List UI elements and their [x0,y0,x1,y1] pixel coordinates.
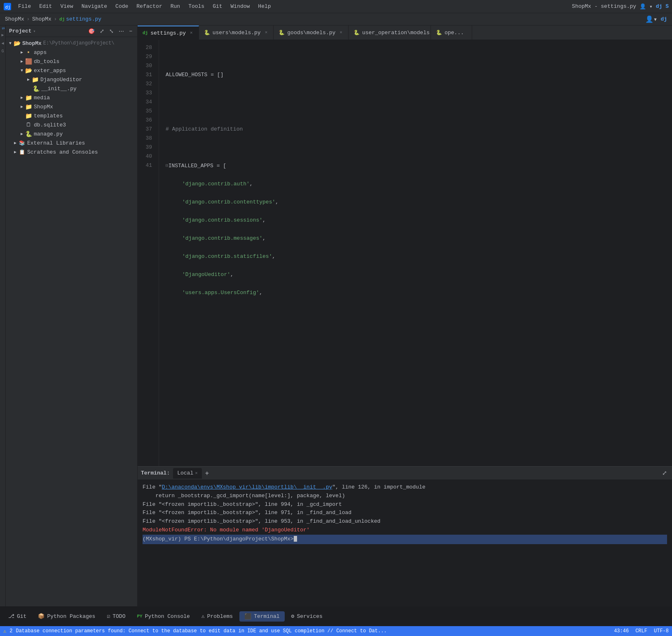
sidebar-icon-4[interactable]: G [1,49,4,54]
line-num-40: 40 [138,152,155,161]
sidebar-collapse-btn[interactable]: ⤡ [108,27,115,35]
code-content[interactable]: ALLOWED_HOSTS = [] # Application definit… [159,40,672,466]
terminal-add-tab-btn[interactable]: + [204,470,211,477]
tree-item-manage-py[interactable]: ▶ 🐍 manage.py [6,129,137,138]
menu-window[interactable]: Window [227,2,253,10]
dbtools-folder-icon: 🟫 [25,58,32,65]
terminal-tab-local[interactable]: Local × [173,468,202,479]
menu-navigate[interactable]: Navigate [78,2,110,10]
menu-file[interactable]: File [15,2,34,10]
tree-item-exter-apps[interactable]: ▼ 📂 exter_apps [6,66,137,75]
breadcrumb-item-2[interactable]: ShopMx [32,16,52,22]
python-console-icon: PY [137,614,142,619]
sidebar-more-btn[interactable]: ⋯ [117,27,126,35]
terminal-file-link[interactable]: D:\anaconda\envs\MXshop_vir\lib\importli… [162,484,332,490]
taskbar-git[interactable]: ⎇ Git [3,611,31,621]
taskbar-problems-label: Problems [207,613,233,620]
tab-goods-models[interactable]: 🐍 goods\models.py × [274,26,349,40]
menu-tools[interactable]: Tools [185,2,208,10]
terminal-body[interactable]: File "D:\anaconda\envs\MXshop_vir\lib\im… [138,480,672,606]
terminal-line-1: File "D:\anaconda\envs\MXshop_vir\lib\im… [143,483,667,492]
sidebar-icon-3[interactable]: ◀ [1,41,4,46]
terminal-tab-local-label: Local [177,470,193,476]
tree-item-db-sqlite3[interactable]: ▶ 🗒 db.sqlite3 [6,120,137,129]
code-line-29: ALLOWED_HOSTS = [] [166,70,665,80]
tab-settings[interactable]: dj settings.py × [138,26,199,40]
taskbar-problems[interactable]: ⚠ Problems [197,611,238,621]
extlibs-icon: 📚 [18,140,26,146]
line-numbers: 28 29 30 31 32 33 34 35 36 37 38 39 40 4… [138,40,159,466]
sidebar-target-btn[interactable]: 🎯 [87,27,96,35]
tree-scratches-label: Scratches and Consoles [27,149,98,155]
manage-py-icon: 🐍 [25,131,32,138]
line-num-39: 39 [138,143,155,152]
sidebar-close-btn[interactable]: − [127,27,134,35]
tree-root-item[interactable]: ▼ 📂 ShopMx E:\Python\djangoProject\ [6,39,137,48]
db-sqlite-icon: 🗒 [25,122,32,128]
breadcrumb-item-3[interactable]: djsettings.py [59,16,101,22]
init-py-icon: 🐍 [32,85,40,92]
code-line-38: ⠀⠀⠀⠀'django.contrib.messages', [166,234,665,243]
sidebar-expand-btn[interactable]: ⤢ [98,27,106,35]
sidebar-icon-1[interactable]: S [1,27,5,29]
tab-settings-close[interactable]: × [189,30,194,35]
tree-item-init-py[interactable]: 🐍 __init__.py [6,84,137,93]
code-line-39: ⠀⠀⠀⠀'django.contrib.staticfiles', [166,252,665,261]
tree-item-apps[interactable]: ▶ ▪ apps [6,48,137,57]
tab-ope[interactable]: 🐍 ope... [431,26,472,40]
taskbar-services-label: Services [297,613,322,620]
menu-git[interactable]: Git [209,2,225,10]
tree-item-ext-libs[interactable]: ▶ 📚 External Libraries [6,138,137,147]
taskbar-python-packages[interactable]: 📦 Python Packages [33,611,100,621]
tree-item-shopmx-folder[interactable]: ▶ 📁 ShopMx [6,102,137,111]
sidebar-icon-2[interactable]: ▶ [1,33,4,37]
menu-help[interactable]: Help [255,2,274,10]
tree-item-templates[interactable]: ▶ 📁 templates [6,111,137,120]
menu-code[interactable]: Code [112,2,131,10]
terminal-expand-btn[interactable]: ⤢ [660,470,669,476]
project-dropdown-arrow[interactable]: ▾ [33,29,36,34]
menu-run[interactable]: Run [167,2,183,10]
tab-users-close[interactable]: × [264,30,269,35]
warning-count: 2 [9,628,12,634]
user-icon[interactable]: 👤 ▾ [639,3,653,10]
sidebar: Project ▾ 🎯 ⤢ ⤡ ⋯ − ▼ 📂 ShopMx E:\Python… [6,26,138,606]
tab-goods-close[interactable]: × [339,30,343,35]
taskbar-todo[interactable]: ☑ TODO [102,611,130,621]
line-num-41: 41 [138,161,155,170]
line-num-29: 29 [138,52,155,61]
tree-item-django-ueditor[interactable]: ▶ 📁 DjangoUeditor [6,75,137,84]
tab-users-models[interactable]: 🐍 users\models.py × [199,26,274,40]
menu-refactor[interactable]: Refactor [133,2,165,10]
dj-icon-right: dj [660,16,667,22]
code-line-37: ⠀⠀⠀⠀'django.contrib.sessions', [166,216,665,225]
tree-item-scratches[interactable]: ▶ 📋 Scratches and Consoles [6,147,137,157]
taskbar-python-console[interactable]: PY Python Console [132,612,194,621]
line-num-37: 37 [138,125,155,134]
line-ending-indicator[interactable]: CRLF [635,628,647,634]
user-avatar-icon[interactable]: 👤▾ [645,15,658,23]
menu-edit[interactable]: Edit [36,2,55,10]
taskbar-terminal[interactable]: ⬛ Terminal [239,611,284,622]
line-num-30: 30 [138,61,155,70]
code-editor[interactable]: 28 29 30 31 32 33 34 35 36 37 38 39 40 4… [138,40,672,466]
line-num-38: 38 [138,134,155,143]
svg-text:dj: dj [5,4,11,9]
tree-item-db-tools[interactable]: ▶ 🟫 db_tools [6,57,137,66]
encoding-indicator[interactable]: UTF-8 [654,628,669,634]
code-line-31 [166,107,665,116]
tab-userop-models[interactable]: 🐍 user_operation\models.py × [349,26,431,40]
services-icon: ⚙ [291,613,295,620]
taskbar-services[interactable]: ⚙ Services [286,611,328,621]
terminal-tab-local-close[interactable]: × [195,471,198,476]
code-line-34: ⊟INSTALLED_APPS = [ [166,161,665,171]
line-col-indicator[interactable]: 43:46 [614,628,629,634]
breadcrumb-item-1[interactable]: ShopMx [5,16,24,22]
line-num-28: 28 [138,43,155,52]
menu-view[interactable]: View [57,2,76,10]
terminal-line-2: return _bootstrap._gcd_import(name[level… [143,492,667,500]
terminal-prompt-line[interactable]: (MXshop_vir) PS E:\Python\djangoProject\… [143,535,667,544]
tabs-bar: dj settings.py × 🐍 users\models.py × 🐍 g… [138,26,672,40]
tree-apps-arrow: ▶ [19,50,25,55]
tree-item-media[interactable]: ▶ 📁 media [6,93,137,102]
